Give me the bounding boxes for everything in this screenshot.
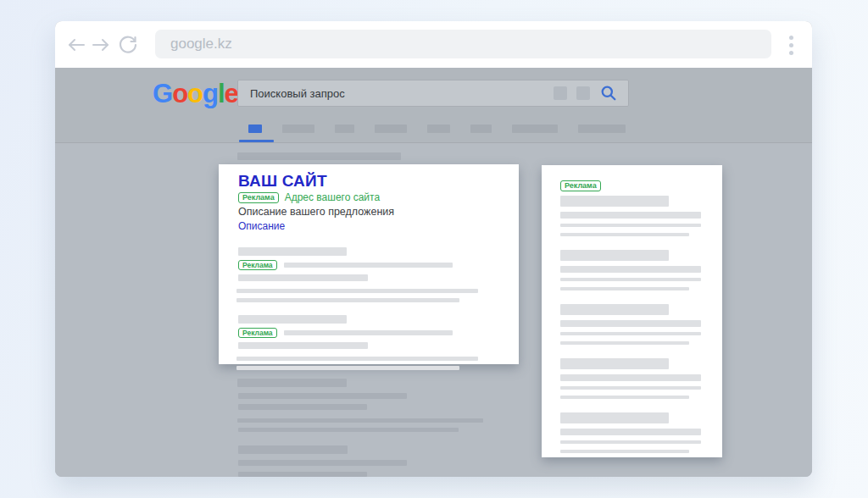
voice-search-icon[interactable] [554, 86, 567, 100]
browser-toolbar [55, 21, 812, 68]
search-box [237, 80, 629, 107]
placeholder-line [284, 263, 453, 268]
placeholder-line [560, 266, 701, 273]
ad-sitelink[interactable]: Описание [238, 220, 285, 232]
placeholder-line [560, 386, 701, 390]
tab-placeholder[interactable] [578, 125, 626, 133]
ad-description: Описание вашего предложения [238, 206, 519, 218]
main-ad-card: ВАШ САЙТ Реклама Адрес вашего сайта Опис… [219, 164, 519, 364]
url-bar[interactable] [155, 30, 771, 58]
side-ad-list [560, 196, 722, 453]
keyboard-icon[interactable] [576, 86, 590, 100]
placeholder-ad [560, 304, 722, 345]
placeholder-result: Реклама [238, 247, 519, 302]
results-area: ВАШ САЙТ Реклама Адрес вашего сайта Опис… [55, 144, 812, 477]
results-tabs [248, 125, 626, 133]
placeholder-line [560, 450, 689, 453]
placeholder-line [560, 412, 669, 423]
ad-badge: Реклама [238, 260, 277, 270]
placeholder-line [238, 472, 367, 477]
placeholder-ad [560, 412, 722, 453]
placeholder-line [560, 287, 689, 290]
placeholder-line [236, 289, 478, 293]
side-ad-card: Реклама [542, 165, 722, 457]
tab-all-active[interactable] [248, 125, 262, 133]
search-header: Google [55, 68, 812, 143]
tab-placeholder[interactable] [470, 125, 492, 133]
placeholder-line [238, 274, 368, 281]
tab-placeholder[interactable] [427, 125, 450, 133]
placeholder-line [238, 342, 368, 349]
tab-placeholder[interactable] [375, 125, 407, 133]
placeholder-line [560, 341, 689, 345]
browser-window: Google ВАШ САЙТ Рекл [55, 21, 812, 477]
placeholder-line [560, 212, 701, 219]
placeholder-line [560, 429, 701, 435]
forward-icon[interactable] [91, 35, 111, 55]
placeholder-line [560, 320, 701, 327]
google-logo: Google [153, 79, 238, 109]
ad-title-link[interactable]: ВАШ САЙТ [238, 172, 327, 190]
ad-badge: Реклама [560, 180, 601, 191]
placeholder-line [560, 374, 701, 381]
placeholder-ad [560, 250, 722, 290]
placeholder-line [238, 445, 348, 454]
active-tab-underline [239, 140, 274, 142]
placeholder-ad [560, 196, 722, 236]
placeholder-line [560, 358, 669, 369]
placeholder-result: Реклама [238, 315, 519, 370]
back-icon[interactable] [66, 35, 86, 55]
placeholder-line [560, 196, 669, 207]
placeholder-line [237, 379, 347, 387]
placeholder-line [237, 418, 483, 423]
placeholder-line [560, 332, 701, 335]
placeholder-line [560, 233, 689, 236]
placeholder-ad [560, 358, 722, 399]
placeholder-line [238, 315, 347, 324]
placeholder-line [236, 298, 459, 302]
placeholder-line [237, 152, 401, 160]
ad-display-url: Адрес вашего сайта [285, 191, 380, 203]
tab-placeholder[interactable] [282, 125, 314, 133]
search-input[interactable] [238, 87, 554, 100]
tab-placeholder[interactable] [335, 125, 354, 133]
placeholder-line [236, 366, 459, 370]
placeholder-line [238, 404, 367, 410]
ad-badge: Реклама [238, 192, 279, 203]
browser-menu-icon[interactable] [782, 33, 799, 57]
search-icon[interactable] [599, 84, 618, 102]
placeholder-line [238, 393, 407, 399]
ad-badge: Реклама [238, 328, 277, 338]
placeholder-line [560, 440, 701, 444]
placeholder-line [238, 247, 347, 256]
reload-icon[interactable] [118, 35, 138, 55]
tab-placeholder[interactable] [512, 125, 558, 133]
placeholder-line [284, 330, 453, 335]
placeholder-line [560, 278, 701, 281]
placeholder-line [238, 428, 459, 432]
placeholder-line [560, 224, 701, 227]
placeholder-line [236, 357, 478, 361]
placeholder-line [238, 460, 407, 466]
placeholder-line [560, 304, 669, 315]
placeholder-line [560, 250, 669, 261]
placeholder-line [560, 396, 689, 399]
